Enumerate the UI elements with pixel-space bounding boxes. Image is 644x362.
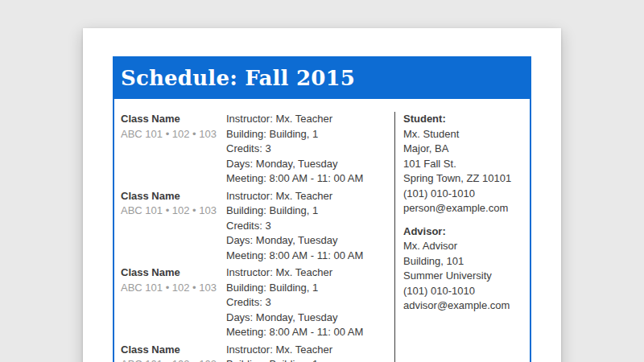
advisor-info-line: Summer University: [403, 269, 523, 284]
advisor-info-line: (101) 010-1010: [403, 284, 523, 299]
student-info-line: Spring Town, ZZ 10101: [403, 171, 523, 187]
student-info-block: Student: Mx. StudentMajor, BA101 Fall St…: [403, 112, 523, 216]
class-detail-line: Building: Building, 1: [226, 281, 394, 296]
advisor-info-line: Building, 101: [403, 254, 523, 269]
class-identifier: Class NameABC 101 • 102 • 103: [121, 189, 226, 264]
class-details: Instructor: Mx. TeacherBuilding: Buildin…: [226, 265, 394, 340]
student-info-line: Mx. Student: [403, 127, 523, 142]
schedule-page-card: Schedule: Fall 2015 Class NameABC 101 • …: [83, 28, 561, 362]
student-heading: Student:: [403, 112, 523, 127]
advisor-heading: Advisor:: [403, 224, 523, 240]
class-detail-line: Building: Building, 1: [226, 204, 394, 219]
class-identifier: Class NameABC 101 • 102 • 103: [121, 112, 226, 187]
class-course-codes: ABC 101 • 102 • 103: [121, 281, 226, 296]
advisor-info-line: advisor@example.com: [403, 298, 523, 314]
advisor-lines: Mx. AdvisorBuilding, 101Summer Universit…: [403, 239, 523, 314]
schedule-widget: Schedule: Fall 2015 Class NameABC 101 • …: [113, 56, 531, 362]
class-name: Class Name: [121, 189, 226, 204]
class-detail-line: Days: Monday, Tuesday: [226, 311, 394, 326]
schedule-header: Schedule: Fall 2015: [113, 56, 531, 99]
class-detail-line: Days: Monday, Tuesday: [226, 233, 394, 249]
student-lines: Mx. StudentMajor, BA101 Fall St.Spring T…: [403, 127, 523, 216]
student-info-line: (101) 010-1010: [403, 187, 523, 202]
class-detail-line: Days: Monday, Tuesday: [226, 157, 394, 172]
class-detail-line: Instructor: Mx. Teacher: [226, 343, 394, 358]
class-identifier: Class NameABC 101 • 102 • 103: [121, 343, 226, 362]
page-title: Schedule: Fall 2015: [121, 66, 355, 90]
class-entry: Class NameABC 101 • 102 • 103Instructor:…: [121, 343, 394, 362]
class-course-codes: ABC 101 • 102 • 103: [121, 357, 226, 362]
class-detail-line: Meeting: 8:00 AM - 11: 00 AM: [226, 325, 394, 340]
class-name: Class Name: [121, 265, 226, 281]
class-detail-line: Meeting: 8:00 AM - 11: 00 AM: [226, 249, 394, 264]
advisor-info-block: Advisor: Mx. AdvisorBuilding, 101Summer …: [403, 224, 523, 314]
class-name: Class Name: [121, 343, 226, 358]
class-detail-line: Meeting: 8:00 AM - 11: 00 AM: [226, 171, 394, 187]
class-entry: Class NameABC 101 • 102 • 103Instructor:…: [121, 112, 394, 187]
schedule-body: Class NameABC 101 • 102 • 103Instructor:…: [113, 99, 531, 362]
class-details: Instructor: Mx. TeacherBuilding: Buildin…: [226, 343, 394, 362]
class-detail-line: Building: Building, 1: [226, 127, 394, 142]
class-detail-line: Credits: 3: [226, 142, 394, 157]
class-course-codes: ABC 101 • 102 • 103: [121, 204, 226, 219]
class-list: Class NameABC 101 • 102 • 103Instructor:…: [114, 112, 394, 362]
class-entry: Class NameABC 101 • 102 • 103Instructor:…: [121, 265, 394, 340]
class-detail-line: Credits: 3: [226, 219, 394, 234]
student-info-line: 101 Fall St.: [403, 157, 523, 172]
page-background: Schedule: Fall 2015 Class NameABC 101 • …: [0, 0, 644, 362]
class-detail-line: Instructor: Mx. Teacher: [226, 112, 394, 127]
class-detail-line: Instructor: Mx. Teacher: [226, 265, 394, 281]
student-info-line: person@example.com: [403, 201, 523, 216]
class-identifier: Class NameABC 101 • 102 • 103: [121, 265, 226, 340]
class-detail-line: Credits: 3: [226, 295, 394, 311]
class-entry: Class NameABC 101 • 102 • 103Instructor:…: [121, 189, 394, 264]
class-detail-line: Building: Building, 1: [226, 357, 394, 362]
class-details: Instructor: Mx. TeacherBuilding: Buildin…: [226, 112, 394, 187]
class-name: Class Name: [121, 112, 226, 127]
class-course-codes: ABC 101 • 102 • 103: [121, 127, 226, 142]
class-detail-line: Instructor: Mx. Teacher: [226, 189, 394, 204]
contact-info-column: Student: Mx. StudentMajor, BA101 Fall St…: [394, 112, 530, 362]
student-info-line: Major, BA: [403, 142, 523, 157]
advisor-info-line: Mx. Advisor: [403, 239, 523, 254]
class-details: Instructor: Mx. TeacherBuilding: Buildin…: [226, 189, 394, 264]
